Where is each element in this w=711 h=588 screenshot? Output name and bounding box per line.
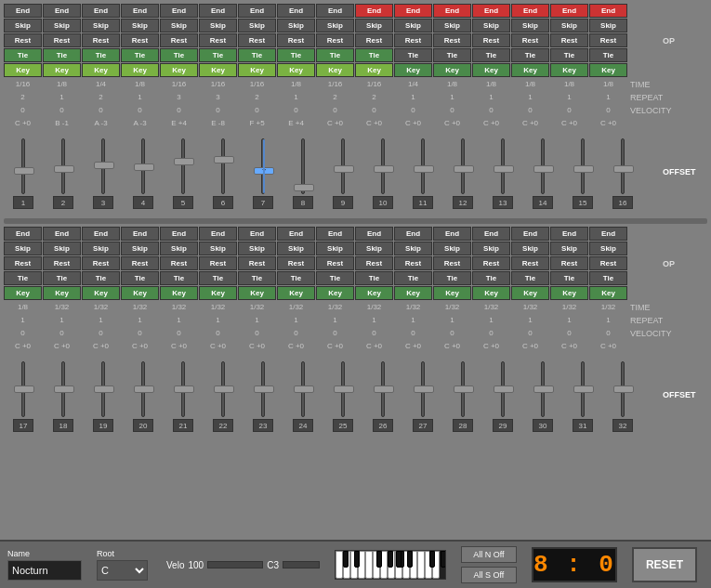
step-end-13[interactable]: End <box>511 4 549 18</box>
step-key-5[interactable]: Key <box>199 286 237 300</box>
step-key-11[interactable]: Key <box>433 286 471 300</box>
step-tie-2[interactable]: Tie <box>82 48 120 62</box>
step-end-15[interactable]: End <box>589 4 627 18</box>
step-tie-14[interactable]: Tie <box>550 48 588 62</box>
step-skip-10[interactable]: Skip <box>394 19 432 33</box>
step-tie-15[interactable]: Tie <box>589 271 627 285</box>
top-fader-track-5[interactable] <box>221 138 225 194</box>
step-end-5[interactable]: End <box>199 4 237 18</box>
bot-fader-track-2[interactable] <box>101 361 105 417</box>
step-tie-10[interactable]: Tie <box>394 271 432 285</box>
all-n-off-button[interactable]: All N Off <box>461 546 517 563</box>
step-key-8[interactable]: Key <box>316 63 354 77</box>
step-tie-9[interactable]: Tie <box>355 271 393 285</box>
name-input[interactable] <box>7 560 82 581</box>
step-skip-11[interactable]: Skip <box>433 19 471 33</box>
white-key-0-4[interactable] <box>365 551 373 579</box>
step-key-7[interactable]: Key <box>277 63 315 77</box>
step-end-12[interactable]: End <box>472 227 510 241</box>
step-end-0[interactable]: End <box>4 4 42 18</box>
step-skip-6[interactable]: Skip <box>238 242 276 255</box>
step-end-10[interactable]: End <box>394 227 432 241</box>
step-key-9[interactable]: Key <box>355 63 393 77</box>
top-fader-num-13[interactable]: 14 <box>533 196 553 209</box>
step-end-4[interactable]: End <box>160 227 198 241</box>
step-skip-13[interactable]: Skip <box>511 19 549 33</box>
step-tie-5[interactable]: Tie <box>199 271 237 285</box>
step-key-13[interactable]: Key <box>511 63 549 77</box>
top-fader-handle-11[interactable] <box>454 165 474 173</box>
step-skip-15[interactable]: Skip <box>589 242 627 255</box>
step-skip-11[interactable]: Skip <box>433 242 471 255</box>
top-fader-num-10[interactable]: 11 <box>413 196 433 209</box>
step-skip-12[interactable]: Skip <box>472 19 510 33</box>
step-skip-0[interactable]: Skip <box>4 19 42 33</box>
step-rest-7[interactable]: Rest <box>277 33 315 47</box>
top-fader-handle-9[interactable] <box>374 165 394 173</box>
step-key-4[interactable]: Key <box>160 286 198 300</box>
step-tie-8[interactable]: Tie <box>316 271 354 285</box>
step-tie-13[interactable]: Tie <box>511 48 549 62</box>
step-key-11[interactable]: Key <box>433 63 471 77</box>
step-tie-14[interactable]: Tie <box>550 271 588 285</box>
step-tie-6[interactable]: Tie <box>238 48 276 62</box>
step-skip-5[interactable]: Skip <box>199 19 237 33</box>
step-key-2[interactable]: Key <box>82 286 120 300</box>
bot-fader-num-10[interactable]: 27 <box>413 419 433 432</box>
step-rest-2[interactable]: Rest <box>82 33 120 47</box>
step-tie-9[interactable]: Tie <box>355 48 393 62</box>
step-end-0[interactable]: End <box>4 227 42 241</box>
step-skip-3[interactable]: Skip <box>121 19 159 33</box>
bot-fader-handle-11[interactable] <box>454 385 474 393</box>
reset-button[interactable]: RESET <box>632 547 697 582</box>
top-fader-track-3[interactable] <box>141 138 145 194</box>
step-end-2[interactable]: End <box>82 4 120 18</box>
bot-fader-handle-14[interactable] <box>573 385 594 393</box>
velo-slider[interactable] <box>207 561 263 568</box>
bot-fader-handle-1[interactable] <box>54 385 74 393</box>
bot-fader-track-4[interactable] <box>181 361 185 417</box>
step-key-13[interactable]: Key <box>511 286 549 300</box>
step-rest-15[interactable]: Rest <box>589 256 627 270</box>
bot-fader-num-12[interactable]: 29 <box>493 419 513 432</box>
step-end-8[interactable]: End <box>316 227 354 241</box>
top-fader-handle-2[interactable] <box>94 162 114 169</box>
top-fader-num-0[interactable]: 1 <box>13 196 33 209</box>
top-fader-num-1[interactable]: 2 <box>53 196 73 209</box>
bot-fader-handle-15[interactable] <box>613 385 634 393</box>
bot-fader-track-8[interactable] <box>341 361 345 417</box>
step-rest-9[interactable]: Rest <box>355 256 393 270</box>
top-fader-track-7[interactable] <box>301 138 305 194</box>
step-rest-6[interactable]: Rest <box>238 33 276 47</box>
step-key-9[interactable]: Key <box>355 286 393 300</box>
note-slider[interactable] <box>283 561 320 568</box>
bot-fader-num-0[interactable]: 17 <box>13 419 33 432</box>
step-end-8[interactable]: End <box>316 4 354 18</box>
bot-fader-num-11[interactable]: 28 <box>453 419 473 432</box>
step-skip-1[interactable]: Skip <box>43 242 81 255</box>
bot-fader-track-7[interactable] <box>301 361 305 417</box>
step-tie-11[interactable]: Tie <box>433 48 471 62</box>
bot-fader-handle-2[interactable] <box>94 385 114 393</box>
step-skip-1[interactable]: Skip <box>43 19 81 33</box>
step-rest-8[interactable]: Rest <box>316 33 354 47</box>
bot-fader-track-1[interactable] <box>61 361 65 417</box>
step-key-0[interactable]: Key <box>4 286 42 300</box>
step-skip-4[interactable]: Skip <box>160 242 198 255</box>
black-key-0-1[interactable] <box>354 551 360 568</box>
top-fader-handle-3[interactable] <box>134 163 154 171</box>
top-fader-handle-5[interactable] <box>214 156 234 163</box>
step-tie-1[interactable]: Tie <box>43 271 81 285</box>
step-rest-3[interactable]: Rest <box>121 33 159 47</box>
bot-fader-num-13[interactable]: 30 <box>533 419 553 432</box>
step-rest-2[interactable]: Rest <box>82 256 120 270</box>
top-fader-handle-8[interactable] <box>334 165 354 173</box>
step-key-15[interactable]: Key <box>589 286 627 300</box>
bot-fader-num-8[interactable]: 25 <box>333 419 353 432</box>
top-fader-track-14[interactable] <box>581 138 585 194</box>
step-skip-5[interactable]: Skip <box>199 242 237 255</box>
step-skip-2[interactable]: Skip <box>82 19 120 33</box>
step-rest-1[interactable]: Rest <box>43 256 81 270</box>
step-skip-9[interactable]: Skip <box>355 242 393 255</box>
top-fader-track-13[interactable] <box>541 138 545 194</box>
